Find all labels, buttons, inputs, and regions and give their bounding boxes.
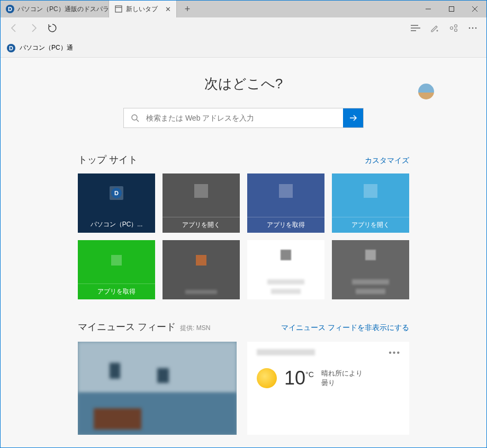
tile-label: アプリを取得 xyxy=(247,217,324,233)
page-icon xyxy=(114,5,123,13)
tile-icon-blur xyxy=(364,184,377,198)
tile-label: アプリを開く xyxy=(332,217,409,233)
svg-point-12 xyxy=(455,29,457,32)
tile-icon-blur xyxy=(194,184,208,198)
back-button[interactable] xyxy=(5,19,24,38)
top-site-tile-3[interactable]: アプリを開く xyxy=(332,173,409,233)
top-sites-header: トップ サイト カスタマイズ xyxy=(78,153,409,166)
forward-button[interactable] xyxy=(24,19,43,38)
nav-toolbar xyxy=(1,17,486,39)
svg-point-14 xyxy=(472,28,474,29)
search-go-button[interactable] xyxy=(343,108,363,127)
tab-1-title: 新しいタブ xyxy=(126,5,158,14)
top-sites-heading: トップ サイト xyxy=(78,153,138,166)
tile-icon-blur xyxy=(111,255,122,266)
svg-point-13 xyxy=(469,28,471,29)
maximize-button[interactable] xyxy=(440,1,463,17)
reading-view-button[interactable] xyxy=(406,19,425,38)
tile-label: アプリを取得 xyxy=(78,284,155,299)
weather-desc: 晴れ所により 曇り xyxy=(321,369,363,388)
news-provider: 提供: MSN xyxy=(180,324,210,333)
new-tab-button[interactable]: + xyxy=(177,4,198,15)
close-tab-icon[interactable]: ✕ xyxy=(165,5,171,13)
search-icon xyxy=(124,108,146,127)
more-button[interactable] xyxy=(463,19,482,38)
profile-avatar[interactable] xyxy=(418,84,434,99)
svg-rect-0 xyxy=(115,6,122,12)
favorites-bar: D パソコン（PC）通 xyxy=(1,39,486,58)
tab-0-title: パソコン（PC）通販のドスパラ xyxy=(17,5,109,14)
page-content: 次はどこへ? トップ サイト カスタマイズ D パソコン（PC）... アプリを… xyxy=(1,58,486,448)
weather-card[interactable]: ••• 10°C 晴れ所により 曇り xyxy=(247,342,409,435)
page-title: 次はどこへ? xyxy=(1,75,486,93)
tile-label: パソコン（PC）... xyxy=(78,217,155,233)
top-site-tile-0[interactable]: D パソコン（PC）... xyxy=(78,173,155,233)
svg-point-10 xyxy=(450,27,453,30)
customize-link[interactable]: カスタマイズ xyxy=(365,156,409,166)
top-site-tile-6[interactable] xyxy=(247,240,324,299)
weather-main: 10°C 晴れ所により 曇り xyxy=(257,367,400,389)
tab-0[interactable]: D パソコン（PC）通販のドスパラ xyxy=(1,1,109,17)
share-button[interactable] xyxy=(444,19,463,38)
news-heading: マイニュース フィード xyxy=(78,321,176,333)
top-site-tile-2[interactable]: アプリを取得 xyxy=(247,173,324,233)
search-input[interactable] xyxy=(146,108,343,127)
svg-point-9 xyxy=(437,30,438,32)
tile-icon-blur xyxy=(279,184,293,198)
minimize-button[interactable] xyxy=(417,1,440,17)
top-site-tile-1[interactable]: アプリを開く xyxy=(163,173,240,233)
news-image[interactable] xyxy=(78,342,237,435)
close-window-button[interactable] xyxy=(463,1,486,17)
search-box xyxy=(123,108,364,128)
news-header: マイニュース フィード 提供: MSN マイニュース フィードを非表示にする xyxy=(78,321,409,333)
window-titlebar: D パソコン（PC）通販のドスパラ 新しいタブ ✕ + xyxy=(1,1,486,17)
news-row: ••• 10°C 晴れ所により 曇り xyxy=(78,342,409,435)
favorites-item-0[interactable]: パソコン（PC）通 xyxy=(20,43,73,52)
svg-rect-3 xyxy=(449,7,454,12)
tab-1[interactable]: 新しいタブ ✕ xyxy=(109,1,177,17)
top-site-tile-5[interactable] xyxy=(163,240,240,299)
refresh-button[interactable] xyxy=(43,19,62,38)
svg-point-11 xyxy=(455,25,457,28)
window-controls xyxy=(417,1,486,17)
svg-line-17 xyxy=(137,120,139,122)
more-icon[interactable]: ••• xyxy=(389,348,401,358)
tile-icon-blur xyxy=(196,255,206,266)
favicon-dospara: D xyxy=(6,5,14,13)
weather-temp: 10°C xyxy=(284,367,314,389)
weather-location-blur xyxy=(257,349,315,355)
svg-point-16 xyxy=(132,115,137,120)
hide-news-link[interactable]: マイニュース フィードを非表示にする xyxy=(281,323,409,333)
top-site-tile-4[interactable]: アプリを取得 xyxy=(78,240,155,299)
favicon-dospara: D xyxy=(7,44,15,52)
tile-icon: D xyxy=(110,186,123,200)
top-sites-grid: D パソコン（PC）... アプリを開く アプリを取得 アプリを開く アプリを取… xyxy=(78,173,409,299)
svg-point-15 xyxy=(475,28,477,29)
sun-icon xyxy=(257,368,277,388)
top-site-tile-7[interactable] xyxy=(332,240,409,299)
tile-label: アプリを開く xyxy=(163,217,240,233)
notes-button[interactable] xyxy=(425,19,444,38)
